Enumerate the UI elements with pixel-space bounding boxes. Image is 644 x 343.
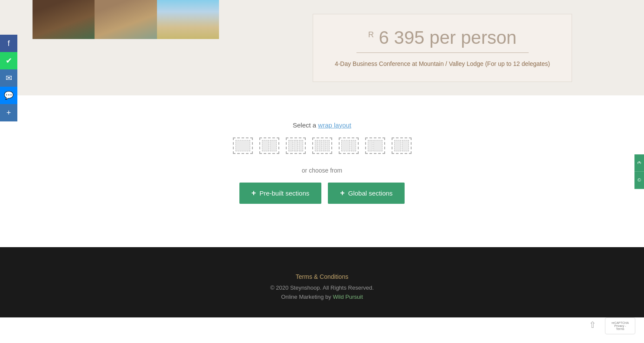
layout-options bbox=[233, 137, 412, 154]
or-choose-text: or choose from bbox=[302, 167, 342, 174]
image-segment-1 bbox=[33, 0, 95, 39]
price-description: 4-Day Business Conference at Mountain / … bbox=[335, 59, 550, 69]
image-segment-2 bbox=[95, 0, 157, 39]
right-button-bottom[interactable]: © bbox=[634, 172, 644, 189]
pricing-area: R 6 395 per person 4-Day Business Confer… bbox=[241, 0, 644, 95]
right-button-top[interactable]: € bbox=[634, 154, 644, 172]
per-person-text: per person bbox=[429, 27, 517, 48]
terms-conditions-link[interactable]: Terms & Conditions bbox=[9, 273, 635, 280]
marketing-prefix: Online Marketing by bbox=[281, 294, 331, 300]
right-floating-buttons: € © bbox=[634, 154, 644, 189]
share-icon: + bbox=[7, 108, 11, 118]
wrap-layout-link[interactable]: wrap layout bbox=[318, 121, 351, 129]
price-amount: 6 395 bbox=[379, 27, 425, 48]
layout-3col[interactable] bbox=[286, 137, 306, 154]
section-buttons: + Pre-built sections + Global sections bbox=[239, 183, 405, 204]
facebook-button[interactable]: f bbox=[0, 35, 17, 52]
global-plus-icon: + bbox=[340, 189, 345, 198]
layout-2col[interactable] bbox=[259, 137, 279, 154]
price-display: R 6 395 per person bbox=[335, 27, 550, 48]
prebuilt-sections-label: Pre-built sections bbox=[259, 189, 309, 197]
whatsapp-icon: ✔ bbox=[6, 56, 12, 65]
global-sections-button[interactable]: + Global sections bbox=[328, 183, 405, 204]
prebuilt-plus-icon: + bbox=[252, 189, 256, 198]
hero-image-area bbox=[33, 0, 241, 95]
layout-wide-left[interactable] bbox=[339, 137, 359, 154]
layout-wide-right[interactable] bbox=[365, 137, 385, 154]
share-button[interactable]: + bbox=[0, 104, 17, 121]
messenger-icon: 💬 bbox=[4, 91, 13, 100]
layout-1col[interactable] bbox=[233, 137, 253, 154]
prebuilt-sections-button[interactable]: + Pre-built sections bbox=[239, 183, 322, 204]
whatsapp-button[interactable]: ✔ bbox=[0, 52, 17, 69]
email-button[interactable]: ✉ bbox=[0, 69, 17, 87]
email-icon: ✉ bbox=[6, 73, 12, 83]
facebook-icon: f bbox=[7, 39, 10, 48]
hero-image bbox=[33, 0, 219, 39]
layout-sidebar[interactable] bbox=[392, 137, 412, 154]
middle-section: Select a wrap layout bbox=[0, 95, 644, 247]
footer: Terms & Conditions © 2020 Steynshoop. Al… bbox=[0, 247, 644, 317]
copyright-text: © 2020 Steynshoop. All Rights Reserved. bbox=[9, 284, 635, 291]
messenger-button[interactable]: 💬 bbox=[0, 87, 17, 104]
currency-symbol: R bbox=[368, 30, 374, 39]
layout-4col[interactable] bbox=[312, 137, 332, 154]
image-segment-3 bbox=[157, 0, 219, 39]
pricing-card: R 6 395 per person 4-Day Business Confer… bbox=[313, 14, 572, 82]
marketing-text: Online Marketing by Wild Pursuit bbox=[9, 294, 635, 300]
top-section: R 6 395 per person 4-Day Business Confer… bbox=[0, 0, 644, 95]
global-sections-label: Global sections bbox=[348, 189, 393, 197]
wild-pursuit-link[interactable]: Wild Pursuit bbox=[333, 294, 363, 300]
price-divider bbox=[356, 52, 529, 53]
wrap-layout-label: Select a wrap layout bbox=[293, 121, 351, 129]
social-sidebar: f ✔ ✉ 💬 + bbox=[0, 35, 17, 121]
